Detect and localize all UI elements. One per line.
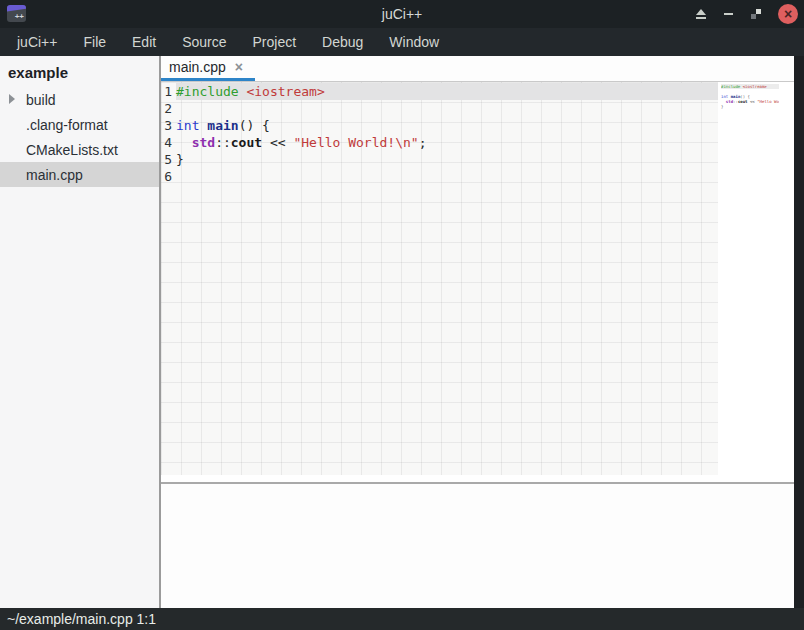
line-number: 2: [163, 100, 172, 117]
window-controls: ×: [695, 0, 798, 28]
status-file-location: ~/example/main.cpp 1:1: [7, 611, 156, 627]
minimap[interactable]: #include <iostream>int main() { std::cou…: [721, 84, 779, 114]
line-text[interactable]: std::cout << "Hello World!\n";: [176, 134, 718, 151]
tabbar: main.cpp ×: [161, 56, 804, 82]
restore-icon[interactable]: [751, 9, 761, 19]
line-number: 6: [163, 168, 172, 185]
line-text[interactable]: [176, 100, 718, 117]
jucipp-window: ++ juCi++ × juCi++FileEditSourceProjectD…: [0, 0, 804, 630]
tree-item-label: main.cpp: [26, 167, 83, 183]
file-tree: build.clang-formatCMakeLists.txtmain.cpp: [0, 87, 159, 187]
shade-window-icon[interactable]: [695, 9, 707, 19]
tree-item-label: CMakeLists.txt: [26, 142, 118, 158]
code-lines: 1#include <iostream>23int main() {4 std:…: [161, 82, 718, 185]
code-line-4: 4 std::cout << "Hello World!\n";: [161, 134, 718, 151]
expander-icon[interactable]: [9, 94, 15, 104]
line-text[interactable]: [176, 168, 718, 185]
tree-item-build[interactable]: build: [0, 87, 159, 112]
menu-item-project[interactable]: Project: [240, 28, 310, 56]
menu-item-window[interactable]: Window: [376, 28, 452, 56]
line-number: 1: [163, 83, 172, 100]
scrollbar-strip[interactable]: [794, 56, 804, 608]
tree-item-cmakelists-txt[interactable]: CMakeLists.txt: [0, 137, 159, 162]
content: example build.clang-formatCMakeLists.txt…: [0, 56, 804, 608]
tab-main-cpp[interactable]: main.cpp ×: [161, 56, 255, 81]
line-number: 5: [163, 151, 172, 168]
minimap-line: [721, 109, 779, 114]
close-icon[interactable]: ×: [778, 4, 798, 24]
code-line-1: 1#include <iostream>: [161, 83, 718, 100]
source-editor[interactable]: 1#include <iostream>23int main() {4 std:…: [161, 82, 804, 482]
line-text[interactable]: }: [176, 151, 718, 168]
code-line-2: 2: [161, 100, 718, 117]
minimize-icon[interactable]: [724, 9, 734, 19]
line-text[interactable]: #include <iostream>: [176, 83, 718, 100]
tree-item-label: .clang-format: [26, 117, 108, 133]
menu-item-file[interactable]: File: [70, 28, 119, 56]
line-number: 4: [163, 134, 172, 151]
tree-item-clang-format[interactable]: .clang-format: [0, 112, 159, 137]
minimap-line: std::cout << "Hello World!\n";: [721, 99, 779, 104]
menubar-items: juCi++FileEditSourceProjectDebugWindow: [0, 28, 804, 56]
statusbar: ~/example/main.cpp 1:1: [0, 608, 804, 630]
titlebar: ++ juCi++ ×: [0, 0, 804, 28]
tree-item-label: build: [26, 92, 56, 108]
line-text[interactable]: int main() {: [176, 117, 718, 134]
tab-label: main.cpp: [169, 59, 226, 75]
menu-item-juci[interactable]: juCi++: [4, 28, 70, 56]
tree-item-main-cpp[interactable]: main.cpp: [0, 162, 159, 187]
line-number: 3: [163, 117, 172, 134]
code-line-6: 6: [161, 168, 718, 185]
window-title: juCi++: [0, 6, 804, 22]
file-tree-panel: example build.clang-formatCMakeLists.txt…: [0, 56, 161, 608]
editor-column: main.cpp × 1#include <iostream>23int mai…: [161, 56, 804, 608]
tree-root-folder[interactable]: example: [0, 60, 159, 87]
code-line-5: 5}: [161, 151, 718, 168]
menu-item-edit[interactable]: Edit: [119, 28, 169, 56]
terminal-panel[interactable]: [161, 484, 804, 608]
tab-close-icon[interactable]: ×: [235, 60, 243, 74]
code-line-3: 3int main() {: [161, 117, 718, 134]
menu-item-debug[interactable]: Debug: [309, 28, 376, 56]
menu-item-source[interactable]: Source: [169, 28, 239, 56]
